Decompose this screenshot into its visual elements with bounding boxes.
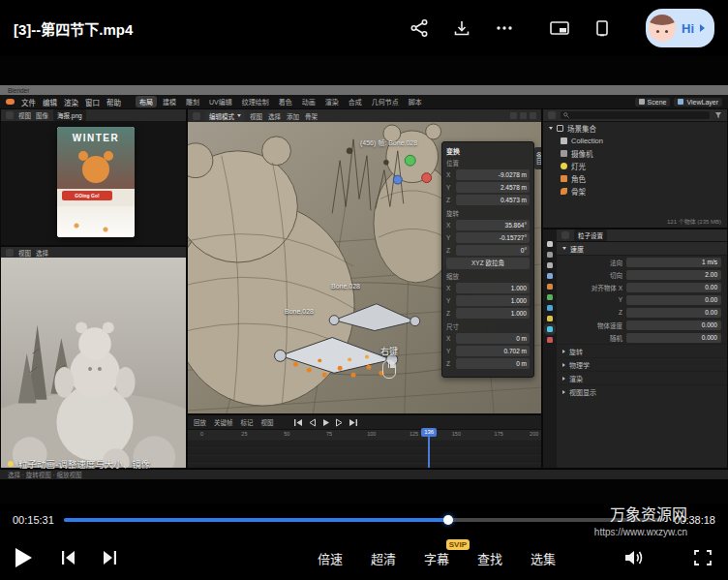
timeline-tracks xyxy=(188,440,541,469)
jump-to-start-icon xyxy=(293,418,303,427)
particles-tab-icon xyxy=(547,326,553,332)
download-icon[interactable] xyxy=(452,18,471,38)
progress-fill xyxy=(64,518,448,522)
editor-type-icon xyxy=(6,111,14,119)
editor-type-icon xyxy=(193,112,200,120)
image-editor-body: WINTER GOing Go! xyxy=(1,121,186,245)
scene-selector: Scene xyxy=(635,98,671,107)
search-button[interactable]: 查找 xyxy=(477,549,502,567)
video-surface[interactable]: Blender 文件 编辑 渲染 窗口 帮助 布局 建模 雕刻 UV编辑 纹理绘… xyxy=(0,56,728,504)
viewport-header: 编辑模式 视图 选择 添加 骨架 xyxy=(188,109,541,123)
menu-file: 文件 xyxy=(21,97,36,107)
tab-scripting: 脚本 xyxy=(405,96,426,107)
output-tab-icon xyxy=(547,262,553,268)
image-name: 海报.png xyxy=(53,109,86,121)
outliner-header xyxy=(543,109,727,122)
mouse-icon xyxy=(382,360,396,379)
tab-animation: 动画 xyxy=(298,96,319,107)
volume-icon[interactable] xyxy=(622,549,644,566)
outliner-item: 骨架 xyxy=(543,185,727,198)
collapsed-section: 旋转 xyxy=(557,344,727,357)
properties-panel: 粒子设置 速度 法向1 m/s 切向2.00 对齐物体 X0.00 Y0.00 … xyxy=(542,229,728,469)
collection-icon xyxy=(561,137,567,144)
total-duration: 00:38:18 xyxy=(674,514,715,526)
user-avatar-button[interactable]: Hi xyxy=(646,9,714,47)
property-row: Z0.00 xyxy=(557,306,727,319)
physics-tab-icon xyxy=(547,305,553,311)
jump-to-end-icon xyxy=(349,418,358,427)
transform-sidebar-panel: 变换 位置 X-9.0278 m Y2.4578 m Z0.4573 m 旋转 … xyxy=(441,141,534,378)
progress-thumb[interactable] xyxy=(443,515,453,525)
location-x-field: -9.0278 m xyxy=(456,169,530,180)
rotation-z-field: 0° xyxy=(456,245,530,256)
episodes-button[interactable]: 选集 xyxy=(531,549,556,567)
play-animation-icon xyxy=(321,418,330,427)
material-tab-icon xyxy=(547,337,553,343)
velocity-section-header: 速度 xyxy=(557,242,727,256)
player-topbar: [3]--第四节下.mp4 Hi xyxy=(0,0,728,56)
blender-window-title: Blender xyxy=(8,87,29,94)
previous-episode-button[interactable] xyxy=(59,549,78,566)
image-menu-view: 视图 xyxy=(18,110,31,120)
subtitle-button[interactable]: 字幕 SVIP xyxy=(424,549,449,567)
object-align-y-field: 0.00 xyxy=(626,295,721,305)
share-icon[interactable] xyxy=(410,18,429,38)
particles-icon xyxy=(561,231,569,239)
next-episode-button[interactable] xyxy=(100,549,119,566)
more-options-icon[interactable] xyxy=(495,18,514,38)
menu-help: 帮助 xyxy=(106,97,121,107)
progress-bar[interactable] xyxy=(64,518,664,522)
tab-sculpt: 雕刻 xyxy=(182,96,203,107)
menu-render: 渲染 xyxy=(64,97,78,107)
rotation-x-field: 35.864° xyxy=(456,220,530,230)
chevron-down-icon xyxy=(237,114,241,117)
avatar-greeting: Hi xyxy=(682,21,694,36)
caption-text: 粒子动画-调整速度与大小、镜像 xyxy=(18,457,150,471)
expand-caret-icon xyxy=(549,127,553,130)
dimensions-label: 尺寸 xyxy=(446,321,530,331)
topbar-icons: Hi xyxy=(410,9,714,47)
poster-title: WINTER xyxy=(57,133,135,143)
clay-menu-view: 视图 xyxy=(18,248,31,258)
location-z-field: 0.4573 m xyxy=(456,195,530,205)
proportional-edit-icon xyxy=(520,112,527,119)
bullet-icon xyxy=(8,461,14,467)
editor-type-icon xyxy=(548,111,556,119)
playback-transport xyxy=(293,418,358,427)
editor-type-icon xyxy=(6,249,14,257)
playback-speed-button[interactable]: 倍速 xyxy=(318,549,343,567)
property-row: Y0.00 xyxy=(557,293,727,306)
quality-button[interactable]: 超清 xyxy=(371,549,396,567)
fullscreen-icon[interactable] xyxy=(693,549,713,566)
play-button[interactable] xyxy=(15,548,32,567)
object-align-z-field: 0.00 xyxy=(626,308,721,318)
location-label: 位置 xyxy=(446,158,530,168)
object-velocity-field: 0.000 xyxy=(626,321,721,330)
timeline-ruler: 0 25 50 75 100 125 150 175 200 xyxy=(188,430,541,440)
blender-window-titlebar: Blender xyxy=(0,85,728,95)
outliner-item: 灯光 xyxy=(543,160,727,172)
tool-tab-icon xyxy=(547,241,553,247)
scale-label: 缩放 xyxy=(446,271,530,281)
bone-label: Bone.028 xyxy=(285,308,314,315)
scale-x-field: 1.000 xyxy=(456,283,530,293)
menu-edit: 编辑 xyxy=(43,97,57,107)
timeline-playhead: 136 xyxy=(428,429,430,468)
outliner-item: 摄像机 xyxy=(543,147,727,160)
play-icon xyxy=(15,548,32,567)
current-time: 00:15:31 xyxy=(13,514,54,526)
mini-player-icon[interactable] xyxy=(593,18,611,38)
particle-settings-name: 粒子设置 xyxy=(574,229,607,241)
avatar-image xyxy=(649,15,676,42)
viewport-canvas: (456) 帧: Bone.028 Bone.028 Bone.028 变换 位… xyxy=(188,122,541,413)
property-row: 对齐物体 X0.00 xyxy=(557,281,727,293)
blender-menubar: 文件 编辑 渲染 窗口 帮助 布局 建模 雕刻 UV编辑 纹理绘制 着色 动画 … xyxy=(0,95,728,108)
right-click-label: 右键 xyxy=(368,345,410,357)
collapsed-section: 渲染 xyxy=(557,371,727,384)
randomize-field: 0.000 xyxy=(626,333,721,343)
viewlayer-tab-icon xyxy=(547,273,553,279)
picture-in-picture-icon[interactable] xyxy=(549,18,570,38)
tab-compositing: 合成 xyxy=(345,96,366,107)
vp-menu-view: 视图 xyxy=(250,111,262,121)
tab-modeling: 建模 xyxy=(159,96,180,107)
